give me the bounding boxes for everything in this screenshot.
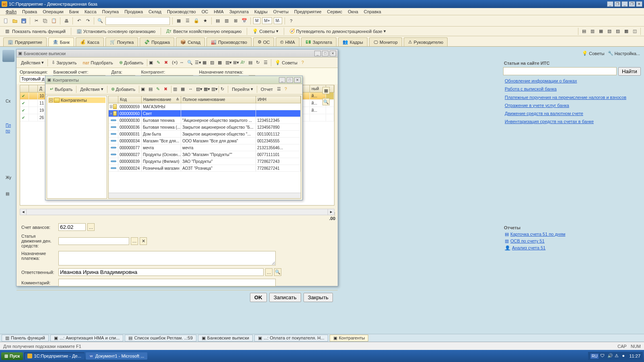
ok-button[interactable]: OK	[250, 293, 267, 302]
tab-bank[interactable]: 🏦Банк	[48, 37, 74, 46]
menu-kassa[interactable]: Касса	[83, 9, 98, 14]
tab-monitor[interactable]: 🖵Монитор	[369, 37, 402, 46]
lock-icon[interactable]: 🔒	[193, 17, 200, 25]
tab-kassa[interactable]: 💰Касса	[76, 37, 104, 46]
its-link-5[interactable]: Инвентаризация средств на счетах в банке	[505, 119, 639, 124]
scroll-right[interactable]: ▸	[328, 209, 334, 215]
contra-report-button[interactable]: Отчет	[258, 86, 275, 93]
grid-row[interactable]: 000000034Магазин "Все для...ООО Магазин …	[109, 138, 301, 144]
tbicon-11[interactable]: ▥▾	[225, 60, 231, 66]
menu-help[interactable]: Справка	[362, 9, 383, 14]
resp-input[interactable]	[58, 268, 264, 276]
bank-pick-button[interactable]: патПодобрать	[80, 59, 115, 66]
pick-icon[interactable]: ▦	[322, 87, 330, 94]
tab-warehouse[interactable]: 📦Склад	[176, 37, 205, 46]
write-button[interactable]: Записать	[269, 293, 301, 302]
left-link-2[interactable]: по	[6, 129, 10, 133]
tbicon-dt[interactable]: Дт	[240, 60, 247, 66]
minimize-button[interactable]: _	[607, 1, 613, 7]
dock-payment[interactable]: ▣...: Оплата от покупателя. Н...	[254, 335, 328, 341]
cicon-help[interactable]: ?	[284, 86, 291, 93]
menu-hr[interactable]: Кадры	[253, 9, 269, 14]
grid-row[interactable]: 000000027Продукты (Основн...ЗАО "Магазин…	[109, 151, 301, 158]
tbicon-6[interactable]: 🔍	[187, 60, 193, 66]
bank-help-icon[interactable]: ?	[301, 60, 308, 66]
col-name[interactable]: Наименование≙	[142, 96, 181, 103]
cicon-1[interactable]: ▣	[140, 86, 147, 93]
dock-bank[interactable]: ▣Банковские выписки	[198, 335, 253, 341]
tips-link[interactable]: 💡Советы	[582, 51, 604, 56]
tab-nma[interactable]: ©НМА	[276, 37, 299, 46]
grid-row[interactable]: +000000059МАГАЗИНЫ	[109, 103, 301, 110]
bank-min-button[interactable]: _	[314, 51, 321, 56]
grid-row[interactable]: 000000030Бытовая техника"Акционерное общ…	[109, 117, 301, 124]
contra-add-button[interactable]: ⊕Добавить	[109, 85, 138, 93]
rtool1-icon[interactable]: ▤	[580, 28, 588, 35]
tbicon-edit[interactable]: ✎	[156, 60, 163, 66]
rtool6-icon[interactable]: ▩	[623, 28, 630, 35]
its-link-1[interactable]: Работа с выпиской банка	[505, 86, 639, 92]
its-search-input[interactable]	[503, 67, 617, 75]
restore-button[interactable]: ❐	[614, 1, 621, 7]
tree-icon[interactable]: ☰	[184, 17, 191, 25]
grid-row[interactable]: +000000060Свет	[109, 110, 301, 117]
menu-sale[interactable]: Продажа	[123, 9, 144, 14]
menu-operations[interactable]: Операции	[41, 9, 65, 14]
calc-icon[interactable]: ⊞	[232, 17, 239, 25]
lang-indicator[interactable]: RU	[590, 354, 599, 359]
cut-icon[interactable]: ✂	[33, 17, 40, 25]
cicon-9[interactable]: ▩▾	[203, 86, 210, 93]
tbicon-refresh[interactable]: ↻	[256, 60, 262, 66]
report-link-2[interactable]: 👤Анализ счета 51	[505, 245, 639, 251]
col-fullname[interactable]: Полное наименование	[181, 96, 256, 103]
contra-titlebar[interactable]: ▣ Контрагенты _ □ ✕	[45, 76, 302, 84]
report-link-0[interactable]: ▤Карточка счета 51 по дням	[505, 232, 639, 237]
dock-amort[interactable]: ▣...: Амортизация НМА и спи...	[50, 335, 123, 341]
rtool3-icon[interactable]: ▦	[597, 28, 605, 35]
tab-manager[interactable]: ⚠Руководителю	[404, 37, 448, 46]
task-word[interactable]: WДокумент1 - Microsoft ...	[86, 352, 148, 360]
tbicon-7[interactable]: ☰▾	[194, 60, 201, 66]
grid-icon[interactable]: ▦	[175, 17, 182, 25]
bank-window-titlebar[interactable]: ▣ Банковские выписки _ □ ✕	[17, 49, 338, 58]
rtool7-icon[interactable]: ◫	[631, 28, 638, 35]
tbicon-12[interactable]: ⊞▾	[233, 60, 239, 66]
enter-operation-button[interactable]: ДтВвести хозяйственную операцию	[163, 27, 244, 35]
purpose-textarea[interactable]	[58, 251, 276, 265]
advance-input[interactable]	[58, 223, 86, 231]
tree-root-node[interactable]: + Контрагенты	[48, 97, 105, 103]
tab-enterprise[interactable]: 🏢Предприятие	[3, 37, 47, 46]
org-input[interactable]	[20, 75, 46, 82]
tray-icon-3[interactable]: ⚠	[615, 353, 620, 359]
set-main-org-button[interactable]: 🏢Установить основную организацию	[74, 27, 159, 35]
advance-pick-button[interactable]: …	[87, 223, 95, 231]
bank-add-button[interactable]: ⊕Добавить	[117, 59, 146, 66]
close-button[interactable]: Закрыть	[303, 293, 333, 302]
menu-purchase[interactable]: Покупка	[101, 9, 121, 14]
grid-row[interactable]: 000000031Дом бытаЗакрытое акционерное об…	[109, 131, 301, 138]
show-panel-button[interactable]: ▥Показать панель функций	[2, 27, 68, 35]
left-link-1[interactable]: Пл	[6, 123, 11, 128]
menu-service[interactable]: Сервис	[326, 9, 344, 14]
copy-icon[interactable]: ⿻	[41, 17, 49, 25]
tab-sale[interactable]: 💸Продажа	[140, 37, 174, 46]
rtool5-icon[interactable]: ▨	[614, 28, 621, 35]
dds-input[interactable]	[58, 237, 129, 245]
tips-button[interactable]: 💡Советы▾	[250, 27, 281, 35]
cicon-refresh[interactable]: ↻	[220, 86, 227, 93]
print-icon[interactable]: 🖶	[63, 17, 70, 25]
save-icon[interactable]	[20, 17, 27, 25]
tbicon-4[interactable]: (×)	[171, 60, 178, 66]
menu-nma[interactable]: НМА	[212, 9, 225, 14]
menu-salary[interactable]: Зарплата	[228, 9, 250, 14]
menu-os[interactable]: ОС	[200, 9, 210, 14]
task-1c[interactable]: 1С:Предприятие - Де...	[24, 352, 84, 360]
bank-max-button[interactable]: □	[322, 51, 328, 56]
its-link-3[interactable]: Отражение в учете услуг банка	[505, 103, 639, 108]
search-icon[interactable]: 🔍	[322, 98, 330, 105]
col-code[interactable]: Код	[118, 96, 142, 103]
tbicon-del[interactable]: ✖	[164, 60, 170, 66]
cicon-10[interactable]: ▥▾	[211, 86, 217, 93]
contra-actions-menu[interactable]: Действия ▾	[78, 85, 105, 93]
dock-errors[interactable]: ▤Список ошибок Реглам. ..:59	[125, 335, 196, 341]
